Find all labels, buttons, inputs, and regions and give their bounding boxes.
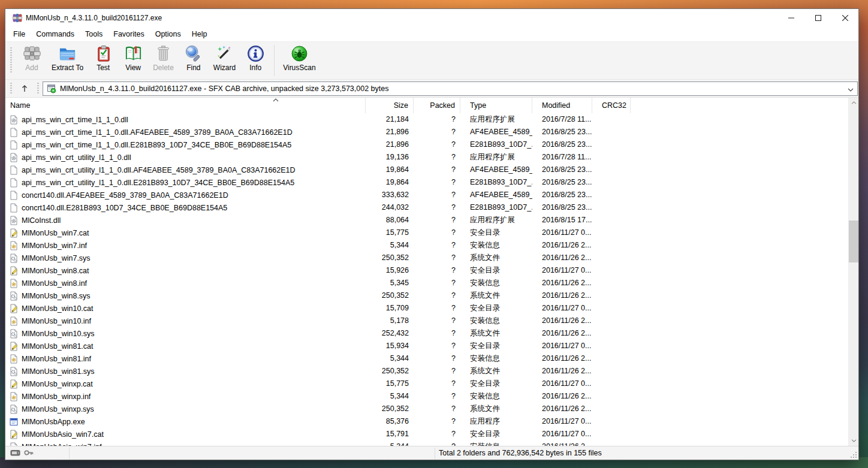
toolbar-test-button[interactable]: Test bbox=[88, 43, 118, 78]
toolbar-button-label: Test bbox=[97, 64, 110, 72]
file-row[interactable]: MlMonUsb_win81.inf5,344?安装信息2016/11/26 2… bbox=[5, 352, 848, 365]
toolbar-info-button[interactable]: Info bbox=[240, 43, 270, 78]
file-row[interactable]: MlMonUsbAsio_win7.inf5,344?安装信息2016/11/2… bbox=[5, 440, 848, 446]
file-name-cell: MlMonUsb_win10.cat bbox=[5, 302, 366, 315]
toolbar-virusscan-button[interactable]: VirusScan bbox=[278, 43, 320, 78]
column-header-size[interactable]: Size bbox=[366, 98, 414, 113]
toolbar-extract-button[interactable]: Extract To bbox=[47, 43, 88, 78]
menu-item-tools[interactable]: Tools bbox=[80, 28, 108, 40]
toolbar-wizard-button[interactable]: Wizard bbox=[209, 43, 240, 78]
column-header-type[interactable]: Type bbox=[460, 98, 532, 113]
resize-grip[interactable] bbox=[850, 451, 857, 458]
up-one-level-button[interactable] bbox=[16, 81, 34, 96]
dropdown-arrow-icon[interactable] bbox=[844, 83, 854, 94]
file-row[interactable]: MlMonUsb_win81.sys250,352?系统文件2016/11/26… bbox=[5, 365, 848, 378]
file-rows: api_ms_win_crt_time_l1_1_0.dll21,184?应用程… bbox=[5, 113, 848, 446]
file-row[interactable]: MlMonUsb_win10.cat15,709?安全目录2016/11/27 … bbox=[5, 302, 848, 315]
title-bar[interactable]: MlMonUsb_n_4.3.11.0_build20161127.exe bbox=[5, 9, 858, 27]
file-modified-cell: 2016/8/25 23... bbox=[532, 176, 592, 189]
column-header-name[interactable]: Name bbox=[5, 98, 366, 113]
close-button[interactable] bbox=[831, 9, 858, 27]
file-row[interactable]: api_ms_win_crt_utility_l1_1_0.dll.AF4EAB… bbox=[5, 164, 848, 176]
file-size-cell: 15,791 bbox=[366, 428, 414, 440]
file-row[interactable]: MlMonUsb_win81.cat15,934?安全目录2016/11/27 … bbox=[5, 340, 848, 352]
file-name-cell: MlMonUsb_win8.sys bbox=[5, 289, 366, 302]
scroll-down-arrow[interactable] bbox=[849, 436, 858, 446]
test-icon bbox=[94, 44, 113, 63]
file-row[interactable]: MlMonUsb_win7.sys250,352?系统文件2016/11/26 … bbox=[5, 252, 848, 264]
drive-info-icon[interactable] bbox=[10, 448, 21, 457]
file-packed-cell: ? bbox=[414, 164, 460, 176]
file-row[interactable]: MlMonUsb_winxp.inf5,344?安装信息2016/11/26 2… bbox=[5, 390, 848, 403]
file-row[interactable]: MlMonUsb_win7.cat15,775?安全目录2016/11/27 0… bbox=[5, 227, 848, 239]
menu-item-help[interactable]: Help bbox=[186, 28, 213, 40]
file-modified-cell: 2016/8/25 23... bbox=[532, 201, 592, 214]
file-size-cell: 5,345 bbox=[366, 277, 414, 289]
file-row[interactable]: MlMonUsb_win8.inf5,345?安装信息2016/11/26 2.… bbox=[5, 277, 848, 289]
extract-icon bbox=[58, 44, 77, 63]
file-crc-cell bbox=[592, 289, 631, 302]
file-list: NameSizePackedTypeModifiedCRC32 api_ms_w… bbox=[5, 98, 848, 446]
archive-path-combobox[interactable]: MlMonUsb_n_4.3.11.0_build20161127.exe - … bbox=[43, 81, 858, 96]
maximize-button[interactable] bbox=[804, 9, 831, 27]
file-row[interactable]: MlMonUsb_win7.inf5,344?安装信息2016/11/26 2.… bbox=[5, 239, 848, 252]
file-row[interactable]: MlMonUsb_winxp.cat15,775?安全目录2016/11/27 … bbox=[5, 378, 848, 390]
file-row[interactable]: MlMonUsb_win8.cat15,926?安全目录2016/11/27 0… bbox=[5, 264, 848, 277]
inf-file-icon bbox=[9, 354, 19, 364]
file-row[interactable]: api_ms_win_crt_utility_l1_1_0.dll.E281B8… bbox=[5, 176, 848, 189]
minimize-button[interactable] bbox=[777, 9, 804, 27]
file-row[interactable]: MlCoInst.dll88,064?应用程序扩展2016/8/15 17... bbox=[5, 214, 848, 227]
vertical-scrollbar[interactable] bbox=[848, 98, 858, 446]
row-filler bbox=[631, 138, 848, 151]
file-row[interactable]: MlMonUsbApp.exe85,376?应用程序2016/11/27 0..… bbox=[5, 415, 848, 428]
row-filler bbox=[631, 113, 848, 126]
scroll-up-arrow[interactable] bbox=[849, 98, 858, 108]
file-crc-cell bbox=[592, 365, 631, 378]
toolbar-add-button: Add bbox=[17, 43, 47, 78]
column-header-modified[interactable]: Modified bbox=[532, 98, 592, 113]
file-packed-cell: ? bbox=[414, 239, 460, 252]
file-row[interactable]: MlMonUsb_winxp.sys250,352?系统文件2016/11/26… bbox=[5, 403, 848, 415]
file-row[interactable]: api_ms_win_crt_utility_l1_1_0.dll19,136?… bbox=[5, 151, 848, 164]
file-row[interactable]: concrt140.dll.AF4EABEE_4589_3789_BA0A_C8… bbox=[5, 189, 848, 201]
cat-file-icon bbox=[9, 228, 19, 238]
file-modified-cell: 2016/11/26 2... bbox=[532, 440, 592, 446]
add-icon bbox=[23, 44, 41, 63]
file-row[interactable]: concrt140.dll.E281B893_10D7_34CE_BB0E_B6… bbox=[5, 201, 848, 214]
column-header-crc32[interactable]: CRC32 bbox=[592, 98, 631, 113]
menu-item-file[interactable]: File bbox=[8, 28, 31, 40]
file-type-cell: 安装信息 bbox=[460, 277, 532, 289]
toolbar-find-button[interactable]: Find bbox=[179, 43, 209, 78]
file-row[interactable]: api_ms_win_crt_time_l1_1_0.dll21,184?应用程… bbox=[5, 113, 848, 126]
scrollbar-thumb[interactable] bbox=[849, 221, 858, 262]
menu-item-options[interactable]: Options bbox=[150, 28, 186, 40]
file-row[interactable]: api_ms_win_crt_time_l1_1_0.dll.AF4EABEE_… bbox=[5, 126, 848, 138]
file-modified-cell: 2016/11/26 2... bbox=[532, 403, 592, 415]
column-header-row: NameSizePackedTypeModifiedCRC32 bbox=[5, 98, 848, 113]
file-modified-cell: 2016/7/28 11... bbox=[532, 151, 592, 164]
file-row[interactable]: MlMonUsb_win10.inf5,178?安装信息2016/11/26 2… bbox=[5, 315, 848, 327]
file-row[interactable]: MlMonUsb_win10.sys252,432?系统文件2016/11/26… bbox=[5, 327, 848, 340]
file-row[interactable]: api_ms_win_crt_time_l1_1_0.dll.E281B893_… bbox=[5, 138, 848, 151]
cat-file-icon bbox=[9, 430, 19, 439]
file-type-cell: 系统文件 bbox=[460, 403, 532, 415]
file-row[interactable]: MlMonUsb_win8.sys250,352?系统文件2016/11/26 … bbox=[5, 289, 848, 302]
sys-file-icon bbox=[9, 253, 19, 263]
toolbar-view-button[interactable]: View bbox=[118, 43, 148, 78]
file-modified-cell: 2016/11/26 2... bbox=[532, 352, 592, 365]
inf-file-icon bbox=[9, 316, 19, 326]
key-icon[interactable] bbox=[23, 448, 34, 457]
file-crc-cell bbox=[592, 227, 631, 239]
file-size-cell: 19,864 bbox=[366, 176, 414, 189]
file-modified-cell: 2016/11/26 2... bbox=[532, 277, 592, 289]
file-type-cell: 应用程序扩展 bbox=[460, 151, 532, 164]
menu-item-commands[interactable]: Commands bbox=[31, 28, 80, 40]
column-header-packed[interactable]: Packed bbox=[414, 98, 460, 113]
dll-file-icon bbox=[9, 216, 19, 225]
menu-item-favorites[interactable]: Favorites bbox=[108, 28, 149, 40]
caption-buttons bbox=[777, 9, 858, 27]
dll-file-icon bbox=[9, 153, 19, 162]
file-modified-cell: 2016/8/25 23... bbox=[532, 126, 592, 138]
file-row[interactable]: MlMonUsbAsio_win7.cat15,791?安全目录2016/11/… bbox=[5, 428, 848, 440]
toolbar: AddExtract ToTestViewDeleteFindWizardInf… bbox=[5, 41, 858, 80]
